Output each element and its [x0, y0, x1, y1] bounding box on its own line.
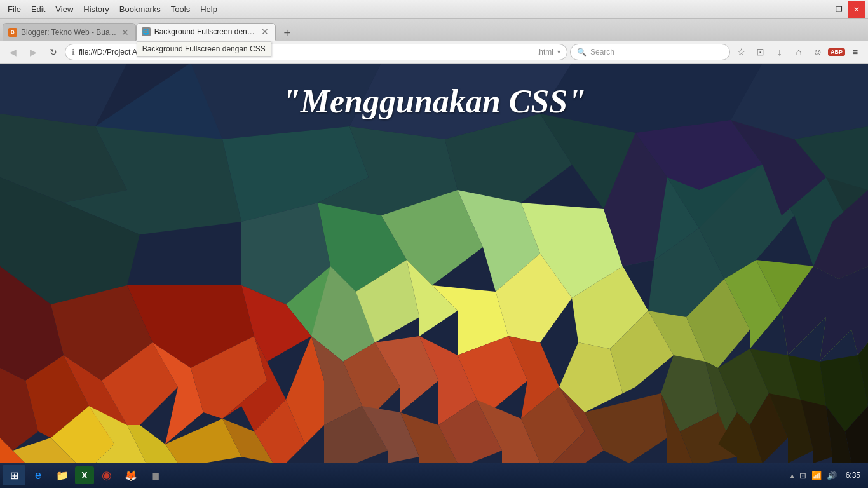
tab-blogger[interactable]: B Blogger: Tekno Web - Bua... ✕ [3, 23, 136, 41]
taskbar: ⊞ e 📁 X ◉ 🦊 ◼ ▲ ⊡ 📶 🔊 6:35 [0, 463, 868, 488]
search-icon: 🔍 [577, 48, 587, 57]
tab-tooltip-background: Background Fullscreen dengan CSS [137, 41, 271, 57]
tab-close-blogger[interactable]: ✕ [120, 28, 130, 37]
tray-expand-button[interactable]: ▲ [789, 472, 796, 479]
taskbar-app-excel[interactable]: X [75, 466, 94, 484]
browser-window: File Edit View History Bookmarks Tools H… [0, 0, 868, 488]
address-suffix: .html [537, 48, 553, 57]
taskbar-tray: ▲ ⊡ 📶 🔊 6:35 [789, 470, 865, 482]
menu-button[interactable]: ≡ [846, 43, 864, 61]
home-button[interactable]: ⌂ [790, 43, 808, 61]
taskbar-app-firefox[interactable]: 🦊 [119, 465, 142, 485]
back-button[interactable]: ◀ [4, 43, 22, 61]
menu-tools[interactable]: Tools [166, 3, 195, 15]
abp-button[interactable]: ABP [828, 48, 845, 56]
new-tab-button[interactable]: + [278, 25, 296, 41]
tab-background[interactable]: 🌐 Background Fullscreen denga... ✕ Backg… [136, 23, 276, 41]
background-svg [0, 64, 868, 463]
search-bar[interactable]: 🔍 Search [570, 44, 730, 60]
menu-view[interactable]: View [50, 3, 78, 15]
tray-icon-volume[interactable]: 🔊 [825, 470, 838, 482]
refresh-button[interactable]: ↻ [44, 43, 62, 61]
pocket-button[interactable]: ⊡ [752, 43, 770, 61]
bookmark-star-button[interactable]: ☆ [733, 43, 750, 61]
navigation-bar: ◀ ▶ ↻ ℹ file:///D:/Project Aplikasi berb… [0, 41, 868, 64]
address-dropdown-icon[interactable]: ▾ [557, 48, 560, 55]
tab-favicon-blogger: B [8, 28, 17, 37]
close-button[interactable]: ✕ [848, 1, 865, 18]
menu-edit[interactable]: Edit [26, 3, 50, 15]
page-heading: "Menggunakan CSS" [0, 83, 868, 120]
menu-file[interactable]: File [3, 3, 26, 15]
page-content: "Menggunakan CSS" [0, 64, 868, 463]
start-button[interactable]: ⊞ [3, 465, 25, 485]
tab-favicon-background: 🌐 [142, 27, 151, 36]
download-button[interactable]: ↓ [771, 43, 789, 61]
taskbar-app-ie[interactable]: e [27, 465, 50, 485]
user-button[interactable]: ☺ [809, 43, 827, 61]
tab-bar: B Blogger: Tekno Web - Bua... ✕ 🌐 Backgr… [0, 19, 868, 41]
menu-history[interactable]: History [78, 3, 114, 15]
forward-button[interactable]: ▶ [24, 43, 42, 61]
taskbar-app-extra[interactable]: ◼ [144, 465, 166, 485]
menu-bar: File Edit View History Bookmarks Tools H… [3, 3, 222, 15]
titlebar: File Edit View History Bookmarks Tools H… [0, 0, 868, 19]
menu-bookmarks[interactable]: Bookmarks [114, 3, 166, 15]
menu-help[interactable]: Help [195, 3, 222, 15]
secure-icon: ℹ [72, 48, 75, 57]
search-placeholder: Search [590, 48, 614, 57]
restore-button[interactable]: ❐ [830, 1, 848, 18]
window-controls: — ❐ ✕ [812, 1, 865, 18]
taskbar-app-explorer[interactable]: 📁 [51, 465, 74, 485]
taskbar-app-security[interactable]: ◉ [95, 465, 118, 485]
taskbar-time[interactable]: 6:35 [841, 471, 865, 480]
tab-close-background[interactable]: ✕ [260, 27, 270, 36]
tab-label-background: Background Fullscreen denga... [154, 27, 256, 36]
minimize-button[interactable]: — [812, 1, 830, 18]
nav-icons: ☆ ⊡ ↓ ⌂ ☺ ABP ≡ [733, 43, 864, 61]
tab-label-blogger: Blogger: Tekno Web - Bua... [21, 28, 116, 37]
tray-icon-notifications[interactable]: ⊡ [798, 470, 808, 482]
tray-icon-network[interactable]: 📶 [810, 470, 823, 482]
